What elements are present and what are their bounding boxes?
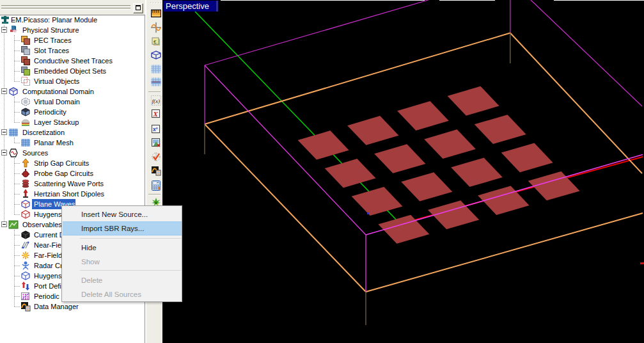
svg-text:f(x): f(x) bbox=[152, 98, 161, 104]
svg-text:x²: x² bbox=[153, 126, 158, 132]
svg-text:€: € bbox=[153, 39, 157, 45]
svg-text:X: X bbox=[153, 110, 159, 118]
